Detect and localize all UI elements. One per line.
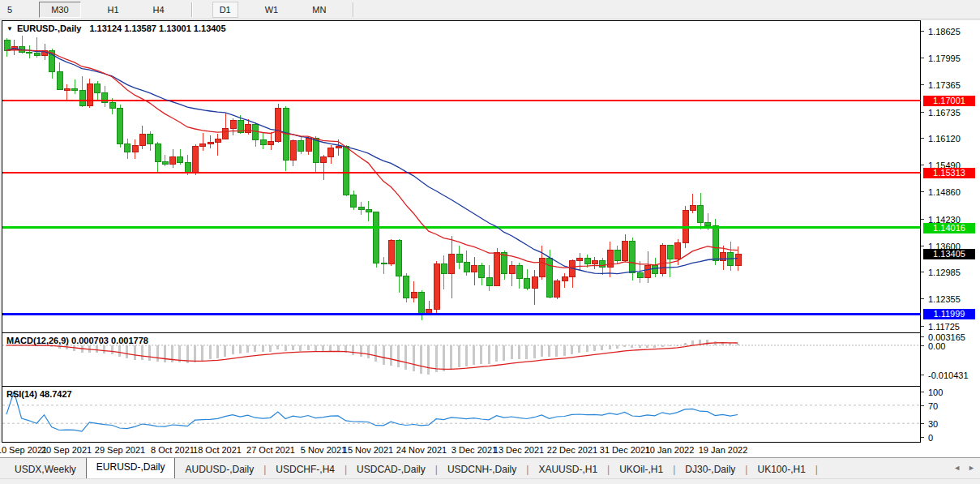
price-axis-label: 1.18625 — [928, 27, 961, 36]
time-axis[interactable]: 10 Sep 202120 Sep 202129 Sep 20218 Oct 2… — [0, 443, 980, 457]
axis-tick — [921, 112, 924, 113]
chart-title: ▼EURUSD-,Daily1.13124 1.13587 1.13001 1.… — [6, 24, 226, 33]
chart-tab-bar: USDX,WeeklyEURUSD-,DailyAUDUSD-,Daily|US… — [0, 457, 980, 478]
timeframe-button-m30[interactable]: M30 — [39, 2, 80, 18]
axis-tick — [921, 423, 924, 424]
tab-usdchf-h4[interactable]: USDCHF-,H4 — [266, 461, 344, 478]
tab-uk100-h1[interactable]: UK100-,H1 — [747, 461, 815, 478]
timeframe-button-5[interactable]: 5 — [0, 2, 19, 18]
hline-price-badge: 1.14016 — [923, 223, 975, 233]
date-axis-label: 24 Nov 2021 — [396, 445, 447, 455]
axis-tick — [921, 246, 924, 246]
date-axis-label: 8 Oct 2021 — [151, 445, 195, 455]
axis-tick — [921, 272, 924, 272]
axis-tick — [921, 392, 924, 392]
date-axis-label: 10 Sep 2021 — [0, 445, 47, 455]
price-axis-label: 1.17365 — [928, 80, 961, 90]
price-axis-label: 1.14860 — [928, 187, 961, 197]
tab-dj30-daily[interactable]: DJ30-,Daily — [675, 461, 745, 478]
tab-xauusd-h1[interactable]: XAUUSD-,H1 — [529, 461, 607, 478]
timeframe-toolbar: 5M30H1H4D1W1MN — [0, 0, 980, 19]
tab-separator: | — [815, 461, 818, 478]
tab-scroll-left-icon[interactable]: ◄ — [953, 464, 961, 472]
date-axis-label: 29 Sep 2021 — [95, 445, 145, 455]
price-axis-label: 1.12355 — [928, 294, 961, 304]
axis-tick — [921, 326, 924, 327]
price-chart-pane[interactable]: ▼EURUSD-,Daily1.13124 1.13587 1.13001 1.… — [2, 20, 921, 333]
axis-tick — [921, 138, 924, 139]
axis-tick — [921, 345, 924, 346]
status-bar — [0, 478, 980, 484]
rsi-axis-label: 70 — [928, 401, 938, 411]
date-axis-label: 5 Nov 2021 — [301, 445, 346, 455]
symbol-dropdown-icon[interactable]: ▼ — [6, 25, 13, 32]
chart-ohlc-values: 1.13124 1.13587 1.13001 1.13405 — [89, 24, 225, 33]
tab-usdcad-daily[interactable]: USDCAD-,Daily — [347, 461, 435, 478]
axis-tick — [921, 191, 924, 192]
tab-audusd-daily[interactable]: AUDUSD-,Daily — [175, 461, 263, 478]
axis-tick — [921, 219, 924, 220]
axis-tick — [921, 298, 924, 299]
tab-eurusd-daily[interactable]: EURUSD-,Daily — [86, 457, 176, 478]
rsi-axis-label: 30 — [928, 419, 938, 429]
axis-tick — [921, 165, 924, 165]
date-axis-label: 20 Sep 2021 — [41, 445, 92, 455]
axis-tick — [921, 405, 924, 406]
price-axis-label: 1.16735 — [928, 108, 961, 118]
timeframe-button-mn[interactable]: MN — [305, 2, 333, 18]
price-axis-label: 1.12985 — [928, 268, 961, 277]
rsi-indicator-pane[interactable]: RSI(14) 48.7427 — [2, 386, 921, 443]
date-axis-label: 19 Jan 2022 — [699, 445, 748, 455]
date-axis-label: 31 Dec 2021 — [600, 445, 650, 455]
tab-scroll-arrows: ◄ ► — [953, 464, 975, 472]
timeframe-button-h1[interactable]: H1 — [101, 2, 126, 18]
macd-label: MACD(12,26,9) 0.000703 0.001778 — [6, 336, 148, 345]
price-axis-label: 1.11725 — [928, 322, 960, 332]
date-axis-label: 13 Dec 2021 — [494, 445, 544, 455]
axis-tick — [921, 336, 924, 337]
axis-tick — [921, 437, 924, 438]
tab-scroll-right-icon[interactable]: ► — [968, 464, 975, 472]
macd-indicator-pane[interactable]: MACD(12,26,9) 0.000703 0.001778 — [2, 332, 921, 387]
axis-tick — [921, 31, 924, 32]
tab-ukoil-h1[interactable]: UKOil-,H1 — [610, 461, 673, 478]
macd-axis-label: 0.00 — [928, 341, 945, 351]
hline-price-badge: 1.15313 — [923, 168, 975, 178]
price-axis[interactable]: 1.186251.179951.173651.167351.161201.154… — [921, 20, 980, 443]
date-axis-label: 10 Jan 2022 — [645, 445, 695, 455]
timeframe-button-d1[interactable]: D1 — [212, 2, 238, 18]
date-axis-label: 15 Nov 2021 — [343, 445, 393, 455]
tab-usdx-weekly[interactable]: USDX,Weekly — [5, 461, 86, 478]
macd-axis-label: -0.010431 — [928, 370, 969, 380]
rsi-axis-label: 100 — [928, 388, 943, 397]
axis-tick — [921, 375, 924, 375]
timeframe-button-w1[interactable]: W1 — [258, 2, 286, 18]
toolbar-separator — [191, 2, 193, 17]
timeframe-button-h4[interactable]: H4 — [146, 2, 172, 18]
hline-price-badge: 1.17001 — [923, 96, 975, 106]
tab-usdcnh-daily[interactable]: USDCNH-,Daily — [438, 461, 526, 478]
chart-symbol-label: EURUSD-,Daily — [17, 24, 81, 33]
axis-tick — [921, 84, 924, 85]
hline-price-badge: 1.11999 — [923, 309, 975, 319]
price-axis-label: 1.17995 — [928, 54, 961, 63]
price-axis-label: 1.16120 — [928, 134, 961, 143]
rsi-label: RSI(14) 48.7427 — [6, 389, 72, 399]
current-price-badge: 1.13405 — [923, 249, 975, 259]
toolbar-separator — [353, 2, 354, 17]
terminal-window: 5M30H1H4D1W1MN ▼EURUSD-,Daily1.13124 1.1… — [0, 0, 980, 484]
date-axis-label: 22 Dec 2021 — [547, 445, 597, 455]
date-axis-label: 3 Dec 2021 — [451, 445, 497, 455]
date-axis-label: 18 Oct 2021 — [193, 445, 242, 455]
axis-tick — [921, 58, 924, 58]
date-axis-label: 27 Oct 2021 — [246, 445, 295, 455]
rsi-axis-label: 0 — [928, 433, 933, 443]
